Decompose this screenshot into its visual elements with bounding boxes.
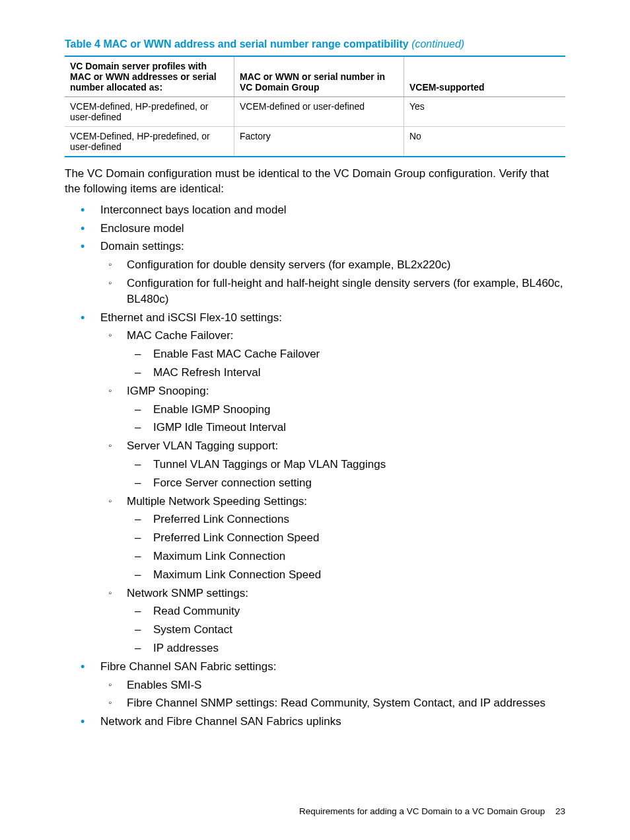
list-item: Read Community <box>131 603 565 619</box>
sublist: Preferred Link Connections Preferred Lin… <box>127 512 565 582</box>
table-header-c1: VC Domain server profiles with MAC or WW… <box>65 56 234 97</box>
table-row: VCEM-Defined, HP-predefined, or user-def… <box>65 127 565 157</box>
list-text: Enclosure model <box>100 222 184 235</box>
intro-paragraph: The VC Domain configuration must be iden… <box>65 167 565 197</box>
requirements-list: Interconnect bays location and model Enc… <box>65 202 565 730</box>
list-text: IGMP Idle Timeout Interval <box>153 421 286 434</box>
list-item: IP addresses <box>131 640 565 656</box>
page-footer: Requirements for adding a VC Domain to a… <box>299 806 565 816</box>
list-item: Configuration for full-height and half-h… <box>104 276 565 307</box>
sublist: Tunnel VLAN Taggings or Map VLAN Tagging… <box>127 457 565 491</box>
list-text: Enables SMI-S <box>127 679 201 691</box>
sublist: Read Community System Contact IP address… <box>127 603 565 656</box>
list-text: Interconnect bays location and model <box>100 204 287 216</box>
list-item: Enable Fast MAC Cache Failover <box>131 346 565 362</box>
table-cell: Factory <box>234 127 404 157</box>
table-cell: VCEM-defined, HP-predefined, or user-def… <box>65 97 234 127</box>
list-text: Tunnel VLAN Taggings or Map VLAN Tagging… <box>153 458 386 471</box>
list-text: Ethernet and iSCSI Flex-10 settings: <box>100 311 282 324</box>
table-title: Table 4 MAC or WWN address and serial nu… <box>65 38 565 50</box>
list-item: Configuration for double density servers… <box>104 257 565 273</box>
list-item: Enable IGMP Snooping <box>131 402 565 418</box>
sublist: Enables SMI-S Fibre Channel SNMP setting… <box>100 677 565 712</box>
list-text: Preferred Link Connection Speed <box>153 531 319 544</box>
page-number: 23 <box>555 806 565 816</box>
list-text: Multiple Network Speeding Settings: <box>127 495 307 508</box>
list-item: Fibre Channel SAN Fabric settings: Enabl… <box>77 659 565 711</box>
list-item: Preferred Link Connections <box>131 512 565 527</box>
list-text: MAC Cache Failover: <box>127 329 234 342</box>
list-item: Maximum Link Connection Speed <box>131 567 565 583</box>
list-text: Enable IGMP Snooping <box>153 403 270 416</box>
list-text: Configuration for full-height and half-h… <box>127 277 563 305</box>
list-text: IGMP Snooping: <box>127 385 209 397</box>
list-item: IGMP Idle Timeout Interval <box>131 420 565 436</box>
sublist: Enable Fast MAC Cache Failover MAC Refre… <box>127 346 565 381</box>
list-item: MAC Refresh Interval <box>131 365 565 381</box>
list-text: Fibre Channel SAN Fabric settings: <box>100 660 276 673</box>
list-item: Network and Fibre Channel SAN Fabrics up… <box>77 714 565 730</box>
table-header-c2: MAC or WWN or serial number in VC Domain… <box>234 56 404 97</box>
list-item: Maximum Link Connection <box>131 549 565 564</box>
table-title-text: Table 4 MAC or WWN address and serial nu… <box>65 38 411 50</box>
table-title-continued: (continued) <box>411 38 464 50</box>
table-cell: VCEM-Defined, HP-predefined, or user-def… <box>65 127 234 157</box>
list-item: Fibre Channel SNMP settings: Read Commun… <box>104 695 565 711</box>
list-text: Preferred Link Connections <box>153 513 289 525</box>
list-text: IP addresses <box>153 642 219 654</box>
footer-text: Requirements for adding a VC Domain to a… <box>299 806 545 816</box>
list-text: System Contact <box>153 623 232 636</box>
list-text: Configuration for double density servers… <box>127 258 450 271</box>
list-item: Interconnect bays location and model <box>77 202 565 218</box>
list-item: Tunnel VLAN Taggings or Map VLAN Tagging… <box>131 457 565 473</box>
sublist: MAC Cache Failover: Enable Fast MAC Cach… <box>100 328 565 656</box>
table-cell: No <box>404 127 566 157</box>
table-cell: Yes <box>404 97 566 127</box>
list-text: MAC Refresh Interval <box>153 366 261 379</box>
list-item: Network SNMP settings: Read Community Sy… <box>104 586 565 656</box>
list-item: System Contact <box>131 622 565 638</box>
list-text: Server VLAN Tagging support: <box>127 439 278 452</box>
sublist: Configuration for double density servers… <box>100 257 565 307</box>
list-text: Maximum Link Connection <box>153 550 285 562</box>
list-text: Network and Fibre Channel SAN Fabrics up… <box>100 715 341 728</box>
list-text: Fibre Channel SNMP settings: Read Commun… <box>127 697 545 709</box>
list-text: Maximum Link Connection Speed <box>153 568 321 581</box>
table-cell: VCEM-defined or user-defined <box>234 97 404 127</box>
list-text: Enable Fast MAC Cache Failover <box>153 348 320 360</box>
list-item: MAC Cache Failover: Enable Fast MAC Cach… <box>104 328 565 380</box>
table-row: VCEM-defined, HP-predefined, or user-def… <box>65 97 565 127</box>
list-item: IGMP Snooping: Enable IGMP Snooping IGMP… <box>104 383 565 436</box>
list-item: Multiple Network Speeding Settings: Pref… <box>104 494 565 583</box>
list-item: Domain settings: Configuration for doubl… <box>77 239 565 307</box>
list-text: Read Community <box>153 605 240 617</box>
table-header-c3: VCEM-supported <box>404 56 566 97</box>
list-text: Force Server connection setting <box>153 477 312 489</box>
list-item: Force Server connection setting <box>131 475 565 491</box>
list-text: Domain settings: <box>100 240 184 252</box>
list-item: Preferred Link Connection Speed <box>131 530 565 546</box>
list-item: Enclosure model <box>77 221 565 237</box>
list-item: Enables SMI-S <box>104 677 565 693</box>
compatibility-table: VC Domain server profiles with MAC or WW… <box>65 56 565 157</box>
list-item: Server VLAN Tagging support: Tunnel VLAN… <box>104 438 565 490</box>
list-text: Network SNMP settings: <box>127 587 248 599</box>
page-container: Table 4 MAC or WWN address and serial nu… <box>0 0 630 840</box>
list-item: Ethernet and iSCSI Flex-10 settings: MAC… <box>77 310 565 656</box>
sublist: Enable IGMP Snooping IGMP Idle Timeout I… <box>127 402 565 436</box>
